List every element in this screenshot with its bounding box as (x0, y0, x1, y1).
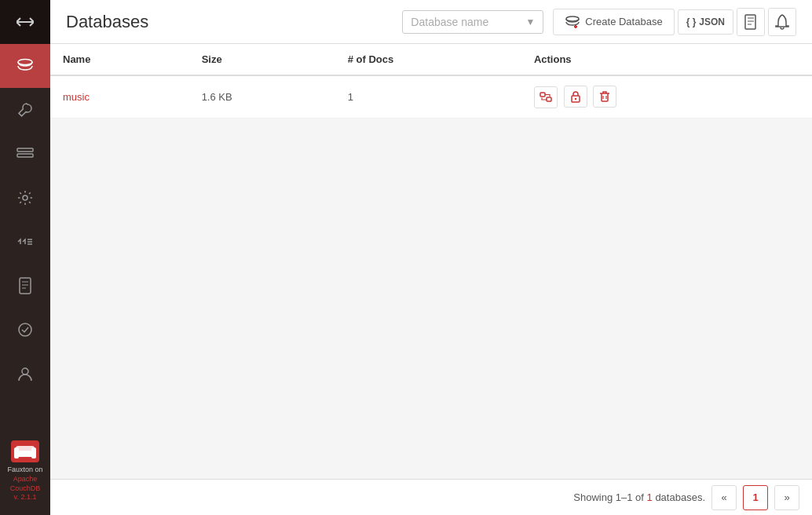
replication-icon (16, 147, 34, 161)
sidebar-item-databases[interactable] (0, 44, 50, 88)
json-braces: { } (686, 16, 697, 27)
create-database-label: Create Database (585, 16, 662, 27)
svg-rect-4 (17, 154, 33, 157)
sidebar-item-wrench[interactable] (0, 88, 50, 132)
db-name-cell: music (50, 75, 189, 119)
count-link[interactable]: 1 (647, 491, 653, 503)
db-name-placeholder: Database name (411, 16, 488, 28)
sidebar-branding: Fauxton on Apache CouchDB v. 2.1.1 (0, 428, 50, 515)
footer: Showing 1–1 of 1 databases. « 1 » (50, 479, 812, 515)
create-db-icon (565, 16, 580, 28)
db-docs-cell: 1 (335, 75, 521, 119)
main-content: Databases Database name ▼ Create Databas… (50, 0, 812, 515)
footer-showing-text: Showing 1–1 of 1 databases. (573, 491, 705, 503)
replicate-icon (540, 92, 552, 103)
databases-label: databases. (655, 491, 705, 503)
table-header-row: Name Size # of Docs Actions (50, 44, 812, 75)
svg-rect-18 (16, 446, 35, 452)
svg-point-14 (22, 368, 28, 374)
sidebar-item-replication[interactable] (0, 132, 50, 176)
sidebar-item-verify[interactable] (0, 308, 50, 352)
json-label: JSON (699, 16, 725, 27)
db-name-label: Apache CouchDB (6, 475, 44, 493)
svg-rect-26 (540, 93, 545, 97)
sidebar-item-activetasks[interactable] (0, 220, 50, 264)
svg-point-2 (18, 60, 32, 65)
documentation-button[interactable] (737, 8, 765, 36)
prev-page-button[interactable]: « (711, 485, 737, 510)
lock-icon (570, 90, 581, 103)
db-lock-button[interactable] (564, 86, 587, 108)
create-database-button[interactable]: Create Database (553, 9, 674, 35)
next-page-button[interactable]: » (774, 485, 799, 510)
notifications-button[interactable] (768, 8, 796, 36)
db-size-cell: 1.6 KB (189, 75, 335, 119)
current-page: 1 (743, 485, 768, 510)
svg-point-29 (574, 98, 576, 100)
docs-icon (17, 277, 33, 294)
user-icon (17, 366, 33, 382)
svg-point-5 (23, 195, 27, 200)
activetasks-icon (16, 235, 34, 249)
page-title: Databases (66, 12, 402, 32)
json-button[interactable]: { } JSON (678, 9, 733, 35)
sidebar-toggle[interactable] (0, 0, 50, 44)
sidebar-item-docs[interactable] (0, 264, 50, 308)
column-name: Name (50, 44, 189, 75)
showing-label: Showing 1–1 of (573, 491, 644, 503)
table-row: music 1.6 KB 1 (50, 75, 812, 119)
db-replicate-button[interactable] (534, 86, 558, 108)
trash-icon (599, 90, 610, 103)
sidebar-item-config[interactable] (0, 176, 50, 220)
svg-rect-27 (547, 97, 551, 101)
column-size: Size (189, 44, 335, 75)
back-arrow-icon (16, 16, 34, 28)
sidebar: Fauxton on Apache CouchDB v. 2.1.1 (0, 0, 50, 515)
db-delete-button[interactable] (593, 86, 616, 108)
svg-rect-22 (745, 15, 755, 29)
svg-rect-9 (20, 278, 31, 294)
couchdb-logo-icon (11, 440, 39, 462)
db-actions-cell (521, 75, 812, 119)
sidebar-item-user[interactable] (0, 352, 50, 396)
databases-table: Name Size # of Docs Actions music 1.6 KB… (50, 44, 812, 119)
app-name-label: Fauxton on (7, 466, 42, 475)
gear-icon (17, 190, 33, 206)
column-docs: # of Docs (335, 44, 521, 75)
db-name-link[interactable]: music (63, 91, 90, 103)
book-icon (744, 14, 758, 30)
couch-svg (14, 444, 36, 458)
version-label: v. 2.1.1 (14, 493, 37, 502)
svg-point-19 (566, 16, 579, 21)
column-actions: Actions (521, 44, 812, 75)
dropdown-arrow-icon: ▼ (525, 16, 535, 27)
database-icon (16, 58, 34, 74)
wrench-icon (17, 102, 33, 118)
db-name-dropdown[interactable]: Database name ▼ (402, 10, 543, 34)
bell-icon (775, 14, 789, 30)
svg-point-13 (19, 323, 31, 336)
content-area: Name Size # of Docs Actions music 1.6 KB… (50, 44, 812, 479)
svg-rect-3 (17, 148, 33, 152)
header-actions: Database name ▼ Create Database { } JSON (402, 8, 796, 36)
header: Databases Database name ▼ Create Databas… (50, 0, 812, 44)
verify-icon (17, 322, 33, 338)
